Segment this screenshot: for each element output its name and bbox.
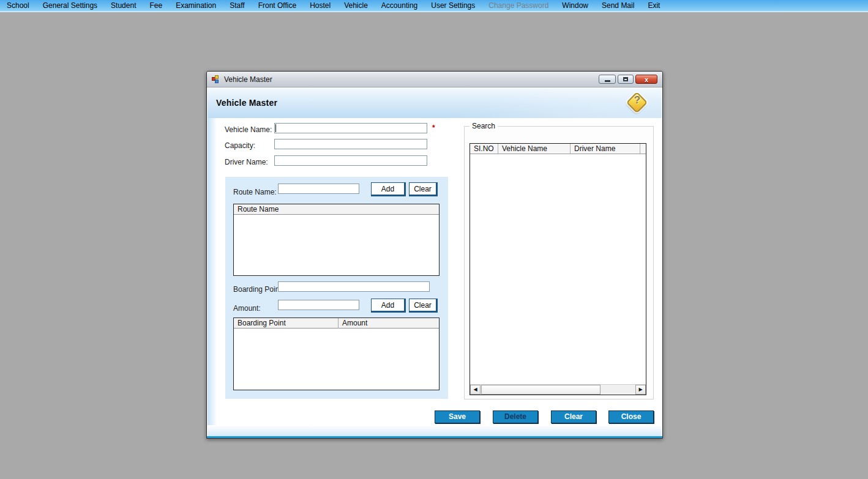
close-icon: x [645, 76, 648, 83]
vehicle-master-window: Vehicle Master x Vehicle Master ? Vehicl… [206, 71, 663, 439]
boarding-grid[interactable]: Boarding Point Amount [233, 317, 440, 390]
driver-name-input[interactable] [274, 155, 427, 166]
boarding-point-input[interactable] [278, 281, 430, 292]
search-groupbox: Search SI.NO Vehicle Name Driver Name ◀ … [464, 126, 654, 399]
boarding-grid-col-boarding-point: Boarding Point [234, 318, 338, 329]
bottom-gradient-band [208, 425, 662, 436]
menu-item-hostel[interactable]: Hostel [303, 0, 337, 12]
boarding-grid-header: Boarding Point Amount [234, 318, 439, 329]
window-title: Vehicle Master [224, 75, 272, 84]
main-menu-bar: School General Settings Student Fee Exam… [0, 0, 868, 12]
bottom-accent-line [207, 436, 662, 438]
question-mark-icon: ? [626, 94, 648, 106]
maximize-icon [623, 77, 628, 81]
search-col-vehicle-name[interactable]: Vehicle Name [498, 144, 570, 154]
amount-label: Amount: [233, 304, 261, 313]
route-clear-button[interactable]: Clear [409, 182, 438, 196]
capacity-label: Capacity: [225, 141, 255, 150]
search-col-driver-name[interactable]: Driver Name [570, 144, 640, 154]
menu-item-change-password: Change Password [482, 0, 555, 12]
menu-item-accounting[interactable]: Accounting [375, 0, 424, 12]
route-list-header: Route Name [234, 204, 439, 215]
boarding-grid-col-amount: Amount [338, 318, 439, 329]
vehicle-name-input[interactable] [274, 123, 427, 133]
menu-item-examination[interactable]: Examination [169, 0, 223, 12]
route-name-label: Route Name: [233, 188, 277, 196]
amount-input[interactable] [278, 300, 359, 310]
minimize-button[interactable] [599, 75, 616, 84]
driver-name-label: Driver Name: [225, 158, 268, 166]
menu-item-general-settings[interactable]: General Settings [36, 0, 104, 12]
boarding-add-button[interactable]: Add [371, 299, 406, 313]
maximize-button[interactable] [618, 75, 634, 84]
search-col-partial [640, 144, 646, 154]
horizontal-scrollbar[interactable]: ◀ ▶ [470, 384, 646, 395]
clear-button[interactable]: Clear [551, 410, 596, 423]
window-titlebar[interactable]: Vehicle Master x [207, 72, 662, 87]
menu-item-window[interactable]: Window [555, 0, 595, 12]
menu-item-staff[interactable]: Staff [223, 0, 251, 12]
dialog-header-band: Vehicle Master ? [208, 87, 662, 118]
vehicle-name-required-marker: * [432, 124, 435, 132]
boarding-point-label: Boarding Point: [233, 285, 283, 294]
search-results-grid[interactable]: SI.NO Vehicle Name Driver Name ◀ ▶ [470, 143, 646, 395]
menu-item-vehicle[interactable]: Vehicle [337, 0, 375, 12]
minimize-icon [605, 80, 610, 82]
route-add-button[interactable]: Add [371, 182, 406, 196]
boarding-clear-button[interactable]: Clear [409, 299, 438, 313]
close-button[interactable]: x [635, 75, 657, 84]
page-title: Vehicle Master [216, 98, 277, 108]
route-list[interactable]: Route Name [233, 204, 440, 276]
menu-item-front-office[interactable]: Front Office [252, 0, 303, 12]
route-list-header-label: Route Name [234, 204, 439, 215]
route-boarding-panel: Route Name: * Add Clear Route Name Board… [225, 177, 448, 399]
save-button[interactable]: Save [435, 410, 480, 423]
menu-item-student[interactable]: Student [104, 0, 143, 12]
winforms-app-icon [212, 75, 220, 84]
menu-item-fee[interactable]: Fee [143, 0, 169, 12]
menu-item-user-settings[interactable]: User Settings [424, 0, 482, 12]
search-col-sino[interactable]: SI.NO [470, 144, 498, 154]
scroll-right-icon[interactable]: ▶ [635, 385, 646, 395]
close-action-button[interactable]: Close [608, 410, 654, 423]
scroll-left-icon[interactable]: ◀ [470, 385, 481, 395]
capacity-input[interactable] [274, 139, 427, 149]
menu-item-send-mail[interactable]: Send Mail [595, 0, 641, 12]
route-name-input[interactable] [278, 184, 359, 194]
text-caret [275, 124, 276, 132]
search-group-title: Search [470, 122, 498, 130]
left-gradient-strip [208, 118, 217, 436]
scrollbar-thumb[interactable] [481, 385, 600, 395]
menu-item-exit[interactable]: Exit [641, 0, 667, 12]
search-grid-header: SI.NO Vehicle Name Driver Name [470, 144, 646, 154]
vehicle-name-label: Vehicle Name: [225, 125, 272, 134]
menu-item-school[interactable]: School [0, 0, 36, 12]
help-button[interactable]: ? [626, 92, 648, 114]
delete-button[interactable]: Delete [493, 410, 538, 423]
